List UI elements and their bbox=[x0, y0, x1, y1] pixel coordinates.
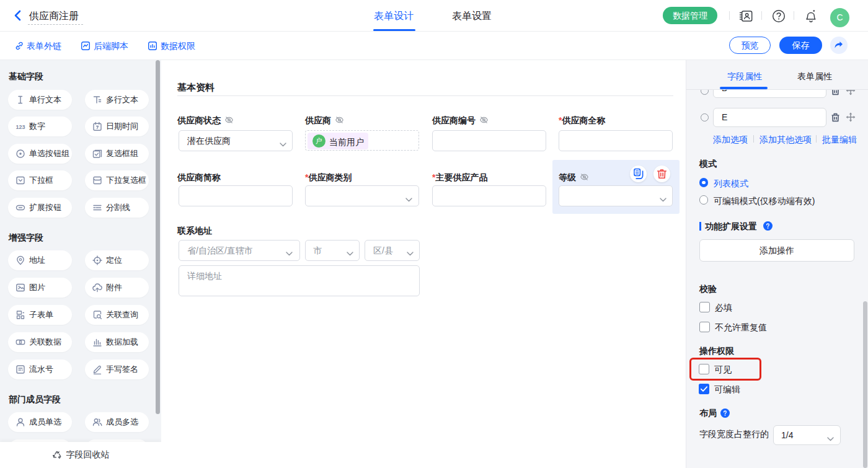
svg-text:123: 123 bbox=[16, 124, 25, 130]
